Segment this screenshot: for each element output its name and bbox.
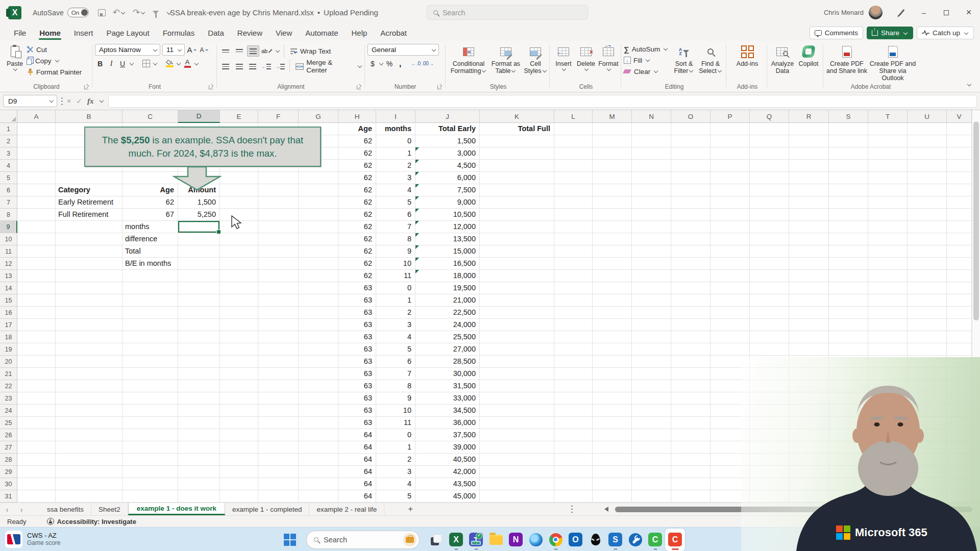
- cell-P18[interactable]: [710, 331, 750, 343]
- cell-L31[interactable]: [554, 490, 593, 503]
- cell-D26[interactable]: [178, 429, 220, 441]
- cell-A5[interactable]: [17, 172, 56, 184]
- cell-B24[interactable]: [56, 405, 122, 417]
- confirm-entry-icon[interactable]: ✓: [76, 97, 82, 105]
- cell-F18[interactable]: [258, 331, 299, 343]
- cell-L8[interactable]: [554, 209, 593, 221]
- cell-E29[interactable]: [220, 466, 258, 478]
- cell-D31[interactable]: [178, 490, 220, 503]
- cell-J28[interactable]: 40,500: [415, 454, 480, 466]
- cell-O17[interactable]: [671, 319, 710, 331]
- cell-L27[interactable]: [554, 441, 593, 454]
- cell-C7[interactable]: 62: [122, 196, 178, 209]
- cell-S12[interactable]: [829, 258, 868, 270]
- format-cells-button[interactable]: ⌐¬ Format: [597, 43, 620, 71]
- font-color-button[interactable]: A: [182, 58, 192, 69]
- cell-Q13[interactable]: [750, 270, 789, 282]
- cell-K24[interactable]: [480, 405, 554, 417]
- cell-A18[interactable]: [17, 331, 56, 343]
- cell-E25[interactable]: [220, 417, 258, 429]
- ribbon-tab-insert[interactable]: Insert: [67, 25, 100, 41]
- copy-button[interactable]: Copy: [27, 55, 82, 66]
- cell-J11[interactable]: 15,000: [415, 245, 480, 258]
- cell-N25[interactable]: [632, 417, 671, 429]
- cell-L18[interactable]: [554, 331, 593, 343]
- cell-K18[interactable]: [480, 331, 554, 343]
- cell-I28[interactable]: 2: [376, 454, 415, 466]
- cell-R10[interactable]: [789, 233, 829, 245]
- catch-up-button[interactable]: Catch up: [917, 27, 974, 39]
- cell-I8[interactable]: 6: [376, 209, 415, 221]
- cell-C19[interactable]: [122, 343, 178, 356]
- cell-I23[interactable]: 9: [376, 392, 415, 405]
- align-left-button[interactable]: [219, 61, 232, 72]
- cell-M27[interactable]: [593, 441, 632, 454]
- cell-L22[interactable]: [554, 380, 593, 392]
- analyze-data-button[interactable]: AnalyzeData: [769, 43, 796, 74]
- cell-K11[interactable]: [480, 245, 554, 258]
- cell-L1[interactable]: [554, 123, 593, 135]
- cell-V11[interactable]: [947, 245, 972, 258]
- cell-Q1[interactable]: [750, 123, 789, 135]
- cell-M10[interactable]: [593, 233, 632, 245]
- shrink-font-button[interactable]: A: [199, 44, 209, 55]
- row-header-28[interactable]: 28: [0, 454, 17, 466]
- cell-A17[interactable]: [17, 319, 56, 331]
- row-header-6[interactable]: 6: [0, 184, 17, 196]
- cell-A7[interactable]: [17, 196, 56, 209]
- cell-O14[interactable]: [671, 282, 710, 294]
- cell-B30[interactable]: [56, 478, 122, 490]
- cell-E14[interactable]: [220, 282, 258, 294]
- draw-pen-icon[interactable]: [899, 9, 905, 16]
- cell-H28[interactable]: 64: [338, 454, 376, 466]
- cell-C12[interactable]: B/E in months: [122, 258, 178, 270]
- cell-S10[interactable]: [829, 233, 868, 245]
- cell-S9[interactable]: [829, 221, 868, 233]
- cell-F17[interactable]: [258, 319, 299, 331]
- format-as-table-button[interactable]: Format asTable: [489, 43, 523, 74]
- cell-V19[interactable]: [947, 343, 972, 356]
- cell-J4[interactable]: 4,500: [415, 160, 480, 172]
- taskbar-app-camtasia[interactable]: C: [645, 529, 665, 551]
- cell-K9[interactable]: [480, 221, 554, 233]
- paste-button[interactable]: Paste: [3, 43, 27, 78]
- cell-R9[interactable]: [789, 221, 829, 233]
- cell-G25[interactable]: [299, 417, 338, 429]
- cell-M16[interactable]: [593, 307, 632, 319]
- cell-N27[interactable]: [632, 441, 671, 454]
- cell-J8[interactable]: 10,500: [415, 209, 480, 221]
- cell-K28[interactable]: [480, 454, 554, 466]
- cell-D28[interactable]: [178, 454, 220, 466]
- cell-E5[interactable]: [220, 172, 258, 184]
- create-pdf-outlook-button[interactable]: Create PDF andShare via Outlook: [869, 43, 917, 82]
- cell-T2[interactable]: [868, 135, 908, 147]
- taskbar-app-tools[interactable]: [625, 529, 645, 551]
- cell-C18[interactable]: [122, 331, 178, 343]
- cell-V2[interactable]: [947, 135, 972, 147]
- cell-D9[interactable]: [178, 221, 220, 233]
- column-header-A[interactable]: A: [17, 110, 56, 123]
- cell-V13[interactable]: [947, 270, 972, 282]
- close-button[interactable]: ×: [958, 0, 980, 25]
- cell-A21[interactable]: [17, 368, 56, 380]
- cell-S1[interactable]: [829, 123, 868, 135]
- cell-U7[interactable]: [908, 196, 947, 209]
- cell-M29[interactable]: [593, 466, 632, 478]
- cell-V5[interactable]: [947, 172, 972, 184]
- cell-S11[interactable]: [829, 245, 868, 258]
- cell-N6[interactable]: [632, 184, 671, 196]
- cell-F15[interactable]: [258, 294, 299, 307]
- cell-O22[interactable]: [671, 380, 710, 392]
- cell-P7[interactable]: [710, 196, 750, 209]
- cell-N8[interactable]: [632, 209, 671, 221]
- column-header-B[interactable]: B: [56, 110, 122, 123]
- cell-F30[interactable]: [258, 478, 299, 490]
- cell-L5[interactable]: [554, 172, 593, 184]
- increase-decimal-button[interactable]: ←.0: [411, 58, 421, 69]
- cell-J2[interactable]: 1,500: [415, 135, 480, 147]
- cell-G27[interactable]: [299, 441, 338, 454]
- cell-H25[interactable]: 63: [338, 417, 376, 429]
- cell-C14[interactable]: [122, 282, 178, 294]
- cell-G31[interactable]: [299, 490, 338, 503]
- cell-T1[interactable]: [868, 123, 908, 135]
